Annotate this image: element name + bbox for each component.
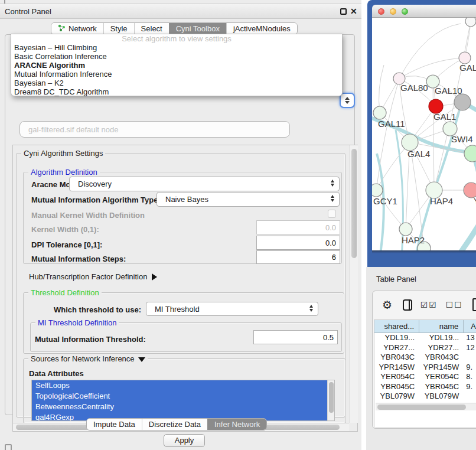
network-icon	[58, 24, 66, 34]
table-panel-title: Table Panel	[376, 275, 416, 283]
which-threshold-value: MI Threshold	[155, 305, 200, 314]
cyni-settings-legend: Cyni Algorithm Settings	[21, 149, 105, 158]
node-unlabeled[interactable]	[464, 145, 476, 162]
sources-legend[interactable]: Sources for Network Inference	[28, 354, 148, 363]
close-icon[interactable]: ✕	[350, 6, 357, 16]
float-window-icon[interactable]	[340, 8, 347, 15]
table-row[interactable]: YBR043CYBR043C	[374, 353, 476, 363]
collapse-down-icon	[138, 357, 145, 362]
mi-threshold-field[interactable]	[253, 330, 338, 344]
table-cell: 9.	[464, 382, 476, 392]
panel-title: Control Panel	[5, 7, 51, 16]
close-traffic-light-icon[interactable]	[378, 8, 384, 15]
mi-threshold-label: Mutual Information Threshold:	[35, 335, 146, 344]
algo-item-bayesian-hill-climbing[interactable]: Bayesian – Hill Climbing	[11, 43, 342, 52]
list-item-topologicalcoefficient[interactable]: TopologicalCoefficient	[32, 391, 327, 402]
network-selector-combo[interactable]: gal-filtered.sif default node	[19, 121, 290, 138]
table-cell: YPR145W	[374, 363, 419, 373]
table-panel: ⚙ ☑☑ ☐☐ shared...nameA YDL19...YDL19...1…	[372, 291, 476, 429]
algorithm-dropdown-popup: Select algorithm to view settings Bayesi…	[11, 34, 343, 96]
dock-panel-icon[interactable]	[5, 444, 12, 450]
export-table-icon[interactable]	[472, 298, 476, 311]
tab-style[interactable]: Style	[103, 23, 134, 34]
table-cell: 13	[464, 333, 476, 343]
network-view-window: GALGAL80GAL10GAL1GAL11SWI4GAL4GCY1HAP4YH…	[367, 0, 476, 267]
deselect-all-checkboxes-icon[interactable]: ☐☐	[446, 300, 463, 309]
algo-item-basic-correlation-inference[interactable]: Basic Correlation Inference	[11, 52, 342, 61]
network-window-titlebar	[372, 5, 476, 18]
tab-cyni-toolbox[interactable]: Cyni Toolbox	[169, 23, 226, 34]
attributes-scrollbar[interactable]	[327, 380, 334, 420]
network-edge	[433, 81, 434, 190]
settings-vscrollbar-thumb[interactable]	[351, 149, 357, 258]
kernel-width-label: Kernel Width (0,1):	[31, 225, 99, 234]
tab-discretize-data[interactable]: Discretize Data	[142, 419, 207, 430]
table-row[interactable]: YDR27...YDR27...12	[374, 343, 476, 353]
tab-jactivemnodules[interactable]: jActiveMNodules	[226, 23, 297, 34]
algo-item-bayesian-k2[interactable]: Bayesian – K2	[11, 79, 342, 87]
table-row[interactable]: YBR045CYBR045C9.	[374, 382, 476, 392]
select-all-checkboxes-icon[interactable]: ☑☑	[420, 300, 438, 309]
zoom-traffic-light-icon[interactable]	[402, 8, 408, 15]
column-header-name[interactable]: name	[419, 320, 464, 333]
algo-item-mutual-information-inference[interactable]: Mutual Information Inference	[11, 70, 342, 79]
data-attributes-list: SelfLoopsTopologicalCoefficientBetweenne…	[31, 380, 335, 421]
node-unlabeled[interactable]	[454, 94, 471, 110]
table-cell	[464, 353, 476, 363]
control-panel-window: Control Panel ✕ NetworkStyleSelectCyni T…	[0, 0, 361, 450]
settings-vscrollbar[interactable]	[350, 145, 358, 423]
node-gal[interactable]	[459, 52, 471, 64]
node-gal11[interactable]	[373, 106, 386, 119]
spinner-up-icon	[345, 97, 350, 100]
tab-impute-data[interactable]: Impute Data	[87, 419, 142, 430]
column-header-a[interactable]: A	[464, 320, 476, 333]
node-unlabeled[interactable]	[465, 18, 476, 27]
list-item-selfloops[interactable]: SelfLoops	[32, 380, 327, 391]
network-canvas[interactable]: GALGAL80GAL10GAL1GAL11SWI4GAL4GCY1HAP4YH…	[372, 18, 476, 250]
attributes-scrollbar-thumb[interactable]	[329, 382, 334, 413]
network-edge	[379, 65, 384, 113]
node-label: Y	[474, 196, 476, 206]
table-cell: YER054C	[419, 372, 464, 382]
threshold-definition-legend: Threshold Definition	[28, 288, 102, 297]
algorithm-popup-prompt: Select algorithm to view settings	[11, 34, 342, 43]
network-graph: GALGAL80GAL10GAL1GAL11SWI4GAL4GCY1HAP4YH…	[372, 18, 476, 250]
minimize-traffic-light-icon[interactable]	[390, 8, 396, 15]
network-selector-value: gal-filtered.sif default node	[28, 125, 118, 134]
dpi-tolerance-field[interactable]	[256, 236, 340, 250]
mi-steps-field[interactable]	[256, 250, 340, 264]
column-layout-icon[interactable]	[403, 299, 412, 311]
hub-definition-toggle[interactable]: Hub/Transcription Factor Definition	[29, 272, 157, 281]
table-cell: YBL079W	[419, 392, 464, 402]
table-row[interactable]: YBL079WYBL079W	[374, 392, 476, 402]
tab-infer-network[interactable]: Infer Network	[207, 419, 266, 430]
column-header-shared[interactable]: shared...	[374, 320, 419, 333]
mi-type-combo[interactable]: Naive Bayes	[157, 192, 340, 207]
tab-select[interactable]: Select	[134, 23, 169, 34]
table-hscrollbar[interactable]	[376, 403, 476, 410]
network-edge	[459, 220, 476, 250]
table-cell: YDR27...	[419, 343, 464, 353]
tab-label: Style	[110, 24, 128, 33]
control-panel-tabbar: NetworkStyleSelectCyni ToolboxjActiveMNo…	[51, 22, 298, 35]
node-hap2[interactable]	[399, 223, 412, 236]
node-gcy1[interactable]	[372, 184, 383, 197]
algo-item-dream8-dc-tdc-algorithm[interactable]: Dream8 DC_TDC Algorithm	[11, 87, 342, 96]
combo-arrows-icon	[331, 180, 334, 187]
aracne-mode-combo[interactable]: Discovery	[69, 177, 340, 191]
apply-button[interactable]: Apply	[164, 434, 205, 447]
table-row[interactable]: YPR145WYPR145W9.	[374, 363, 476, 373]
gear-icon[interactable]: ⚙	[382, 298, 392, 312]
node-gal4[interactable]	[402, 134, 418, 151]
table-cell: YBR045C	[374, 382, 419, 392]
list-item-betweennesscentrality[interactable]: BetweennessCentrality	[32, 402, 327, 412]
which-threshold-combo[interactable]: MI Threshold	[146, 302, 318, 316]
table-hscrollbar-thumb[interactable]	[377, 405, 466, 410]
table-row[interactable]: YER054CYER054C8.	[374, 372, 476, 382]
algo-item-aracne-algorithm[interactable]: ARACNE Algorithm	[11, 61, 342, 70]
tab-network[interactable]: Network	[51, 23, 103, 34]
table-row[interactable]: YDL19...YDL19...13	[374, 333, 476, 343]
node-table: shared...nameA YDL19...YDL19...13YDR27..…	[374, 319, 476, 428]
table-header-row: shared...nameA	[374, 320, 476, 333]
node-label: GAL1	[433, 112, 456, 122]
